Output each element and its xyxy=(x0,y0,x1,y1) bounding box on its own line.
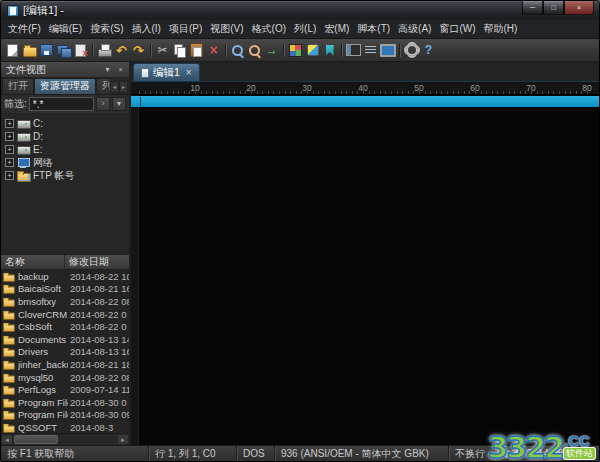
expand-toggle[interactable]: + xyxy=(5,158,14,167)
folder-icon xyxy=(3,410,14,419)
file-row[interactable]: jinher_backup 2014-08-21 18 xyxy=(1,358,129,371)
file-row[interactable]: PerfLogs 2009-07-14 11 xyxy=(1,383,129,396)
file-modified-date: 2014-08-30 0 xyxy=(70,397,129,408)
menu-item[interactable]: 项目(P) xyxy=(165,20,206,38)
close-file-icon[interactable] xyxy=(72,42,89,59)
filter-apply-button[interactable]: › xyxy=(96,97,110,111)
file-row[interactable]: Program Files 2014-08-30 0 xyxy=(1,396,129,409)
scroll-right-button[interactable]: ▸ xyxy=(117,434,129,445)
sidebar-tab-list[interactable]: 列表 xyxy=(96,78,110,94)
close-button[interactable]: × xyxy=(564,1,594,15)
expand-toggle[interactable]: + xyxy=(5,145,14,154)
menu-item[interactable]: 编辑(E) xyxy=(45,20,86,38)
file-view-panel: 文件视图 ▾× 打开资源管理器列表 ◂▸ 筛选: ›▾ xyxy=(1,62,129,445)
file-row[interactable]: bmsoftxy 2014-08-22 08 xyxy=(1,295,129,308)
drive-icon xyxy=(17,144,30,155)
file-row[interactable]: Drivers 2014-08-13 16 xyxy=(1,346,129,359)
sidebar-tab-explorer[interactable]: 资源管理器 xyxy=(34,78,96,94)
scrollbar-thumb[interactable] xyxy=(14,435,58,444)
settings-icon[interactable] xyxy=(403,42,420,59)
cut-icon[interactable] xyxy=(154,42,171,59)
ruler-number: 60 xyxy=(470,83,479,93)
paste-icon[interactable] xyxy=(188,42,205,59)
menu-item[interactable]: 列(L) xyxy=(290,20,320,38)
document-tab[interactable]: 编辑1 × xyxy=(133,63,200,81)
file-row[interactable]: Program File... 2014-08-30 09 xyxy=(1,409,129,422)
replace-icon[interactable] xyxy=(246,42,263,59)
panel-tab-scroll: ◂▸ xyxy=(110,75,128,94)
menu-item[interactable]: 插入(I) xyxy=(127,20,164,38)
file-row[interactable]: BaicaiSoft 2014-08-21 16 xyxy=(1,283,129,296)
open-file-icon[interactable] xyxy=(21,42,38,59)
tree-item-network[interactable]: + 网络 xyxy=(1,156,129,169)
redo-icon[interactable] xyxy=(130,42,147,59)
print-icon[interactable] xyxy=(96,42,113,59)
menu-item[interactable]: 宏(M) xyxy=(320,20,353,38)
save-all-icon[interactable] xyxy=(55,42,72,59)
tree-item-e-drive[interactable]: + E: xyxy=(1,143,129,156)
column-header[interactable]: 修改日期 xyxy=(65,255,129,269)
file-view-icon[interactable] xyxy=(345,42,362,59)
sidebar-tab-open[interactable]: 打开 xyxy=(2,78,34,94)
save-icon[interactable] xyxy=(38,42,55,59)
delete-icon[interactable] xyxy=(205,42,222,59)
folder-icon xyxy=(3,284,14,293)
file-row[interactable]: Documents 2014-08-13 14 xyxy=(1,333,129,346)
menu-item[interactable]: 高级(A) xyxy=(394,20,435,38)
file-row[interactable]: QSSOFT 2014-08-3 xyxy=(1,421,129,433)
file-name: BaicaiSoft xyxy=(18,283,68,294)
file-row[interactable]: CsbSoft 2014-08-22 0 xyxy=(1,320,129,333)
help-icon[interactable] xyxy=(420,42,437,59)
horizontal-scrollbar[interactable]: ◂ ▸ xyxy=(1,433,129,445)
file-modified-date: 2014-08-3 xyxy=(70,422,129,433)
expand-toggle[interactable]: + xyxy=(5,171,14,180)
find-icon[interactable] xyxy=(229,42,246,59)
scroll-left-button[interactable]: ◂ xyxy=(1,434,13,445)
menu-item[interactable]: 脚本(T) xyxy=(353,20,394,38)
tree-item-d-drive[interactable]: + D: xyxy=(1,130,129,143)
fullscreen-icon[interactable] xyxy=(379,42,396,59)
scrollbar-track[interactable] xyxy=(13,434,117,445)
editor-surface[interactable] xyxy=(131,95,599,445)
bookmark-icon[interactable] xyxy=(321,42,338,59)
expand-toggle[interactable]: + xyxy=(5,132,14,141)
goto-icon[interactable] xyxy=(263,42,280,59)
maximize-button[interactable]: □ xyxy=(543,1,564,15)
toolbar-separator xyxy=(280,42,287,59)
folder-icon xyxy=(3,272,14,281)
undo-icon[interactable] xyxy=(113,42,130,59)
new-file-icon[interactable] xyxy=(4,42,21,59)
file-row[interactable]: mysql50 2014-08-22 08 xyxy=(1,371,129,384)
menu-item[interactable]: 视图(V) xyxy=(206,20,247,38)
menu-item[interactable]: 帮助(H) xyxy=(480,20,522,38)
minimize-button[interactable]: ─ xyxy=(522,1,543,15)
menu-item[interactable]: 文件(F) xyxy=(4,20,45,38)
file-modified-date: 2014-08-21 18 xyxy=(70,359,129,370)
titlebar[interactable]: [编辑1] - ─□× xyxy=(1,1,599,20)
menu-item[interactable]: 搜索(S) xyxy=(86,20,127,38)
tabs-scroll-right-button[interactable]: ▸ xyxy=(119,81,128,93)
tabs-scroll-left-button[interactable]: ◂ xyxy=(110,81,119,93)
expand-toggle[interactable]: + xyxy=(5,119,14,128)
file-modified-date: 2014-08-13 14 xyxy=(70,334,129,345)
outline-icon[interactable] xyxy=(362,42,379,59)
menu-item[interactable]: 格式(O) xyxy=(248,20,290,38)
tree-item-c-drive[interactable]: + C: xyxy=(1,117,129,130)
folder-icon xyxy=(3,398,14,407)
tree-item-label: C: xyxy=(33,118,43,129)
menu-item[interactable]: 窗口(W) xyxy=(435,20,479,38)
syntax-highlight-icon[interactable] xyxy=(304,42,321,59)
document-icon xyxy=(141,68,149,78)
color-scheme-icon[interactable] xyxy=(287,42,304,59)
file-row[interactable]: CloverCRM 2014-08-22 0 xyxy=(1,308,129,321)
tree-item-ftp[interactable]: + FTP 帐号 xyxy=(1,169,129,182)
filter-input[interactable] xyxy=(29,97,94,111)
filter-options-button[interactable]: ▾ xyxy=(112,97,126,111)
status-line-ending: DOS xyxy=(237,446,275,461)
menubar: 文件(F)编辑(E)搜索(S)插入(I)项目(P)视图(V)格式(O)列(L)宏… xyxy=(1,20,599,39)
file-row[interactable]: backup 2014-08-22 10 xyxy=(1,270,129,283)
main-content: 文件视图 ▾× 打开资源管理器列表 ◂▸ 筛选: ›▾ xyxy=(1,62,599,445)
column-header[interactable]: 名称 xyxy=(1,255,65,269)
tab-close-button[interactable]: × xyxy=(186,68,192,78)
copy-icon[interactable] xyxy=(171,42,188,59)
